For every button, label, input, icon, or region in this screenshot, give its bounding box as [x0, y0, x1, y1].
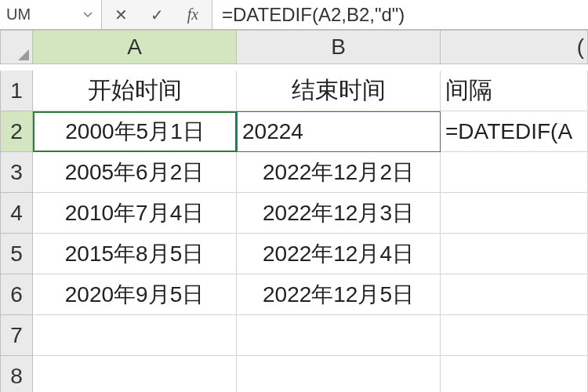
cell-c6[interactable] [441, 274, 588, 315]
cell-a3[interactable]: 2005年6月2日 [33, 152, 237, 193]
cell-a8[interactable] [33, 356, 237, 392]
col-header-b[interactable]: B [237, 30, 441, 64]
cell-a4[interactable]: 2010年7月4日 [33, 193, 237, 234]
cell-a5[interactable]: 2015年8月5日 [33, 234, 237, 274]
cell-b3[interactable]: 2022年12月2日 [237, 152, 441, 193]
confirm-icon[interactable]: ✓ [147, 5, 166, 24]
cell-b4[interactable]: 2022年12月3日 [237, 193, 441, 234]
cell-b8[interactable] [237, 356, 441, 392]
col-header-c[interactable]: ( [441, 30, 588, 64]
cell-a6[interactable]: 2020年9月5日 [33, 274, 237, 315]
col-header-a[interactable]: A [33, 30, 237, 64]
row-header-3[interactable]: 3 [0, 152, 33, 193]
dropdown-icon[interactable] [81, 9, 95, 20]
cell-c7[interactable] [441, 315, 588, 356]
cell-a2[interactable]: 2000年5月1日 [33, 111, 237, 152]
row-header-2[interactable]: 2 [0, 111, 33, 152]
row-header-7[interactable]: 7 [0, 315, 33, 356]
cell-a1[interactable]: 开始时间 [33, 71, 237, 111]
spreadsheet-grid: A B ( 1 开始时间 结束时间 间隔 2 2000年5月1日 20224 =… [0, 30, 588, 392]
cell-c8[interactable] [441, 356, 588, 392]
cell-c5[interactable] [441, 234, 588, 274]
row-header-6[interactable]: 6 [0, 274, 33, 315]
name-box[interactable]: UM [0, 0, 102, 29]
cell-b5[interactable]: 2022年12月4日 [237, 234, 441, 274]
formula-bar-controls: ✕ ✓ fx [102, 0, 212, 29]
cell-b6[interactable]: 2022年12月5日 [237, 274, 441, 315]
cell-b7[interactable] [237, 315, 441, 356]
cancel-icon[interactable]: ✕ [111, 5, 130, 24]
row-header-5[interactable]: 5 [0, 234, 33, 274]
cell-c2[interactable]: =DATEDIF(A [441, 111, 588, 152]
cell-b1[interactable]: 结束时间 [237, 71, 441, 111]
select-all-corner[interactable] [0, 30, 33, 64]
cell-a7[interactable] [33, 315, 237, 356]
row-header-8[interactable]: 8 [0, 356, 33, 392]
cell-c2-text: =DATEDIF(A [445, 119, 572, 144]
fx-icon[interactable]: fx [183, 5, 202, 24]
formula-input[interactable]: =DATEDIF(A2,B2,"d") [212, 0, 588, 29]
name-box-text: UM [6, 5, 81, 24]
formula-text: =DATEDIF(A2,B2,"d") [222, 4, 405, 26]
formula-bar: UM ✕ ✓ fx =DATEDIF(A2,B2,"d") [0, 0, 588, 30]
cell-c3[interactable] [441, 152, 588, 193]
cell-c1[interactable]: 间隔 [441, 71, 588, 111]
row-header-1[interactable]: 1 [0, 71, 33, 111]
cell-c4[interactable] [441, 193, 588, 234]
cell-b2[interactable]: 20224 [237, 111, 441, 152]
row-header-4[interactable]: 4 [0, 193, 33, 234]
